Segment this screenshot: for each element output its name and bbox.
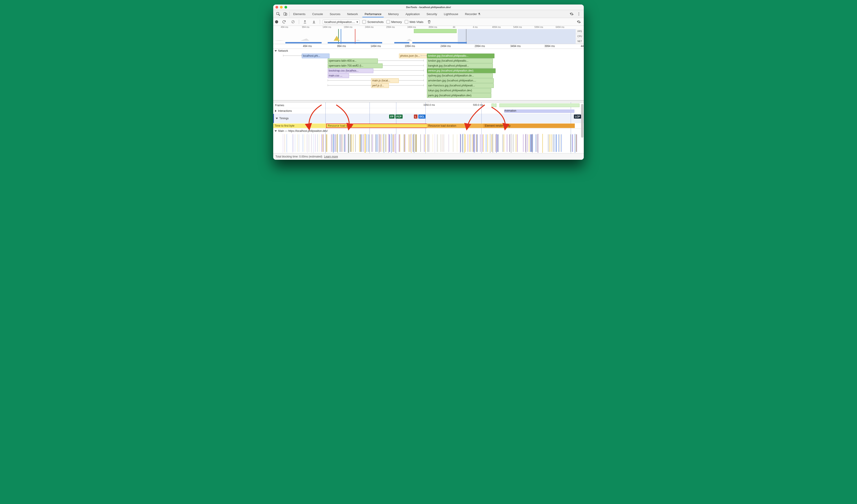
profile-selector-label: localhost.philipwalton.... (324, 20, 355, 23)
overview-net (273, 41, 576, 44)
network-request[interactable]: opensans-latin-400.w... (328, 58, 378, 63)
scrollbar-thumb[interactable] (581, 104, 583, 138)
network-request[interactable]: bangkok.jpg (localhost.philipwalt... (427, 64, 493, 68)
network-request[interactable]: london.jpg (localhost.philipwalto... (427, 53, 494, 58)
chevron-down-icon (274, 50, 277, 52)
network-request[interactable]: san-francisco.jpg (localhost.philipwalt.… (427, 83, 494, 88)
panel-tabs: ElementsConsoleSourcesNetworkPerformance… (273, 10, 584, 18)
lcp-badge[interactable]: LCP (574, 115, 581, 119)
window-controls (275, 6, 287, 9)
network-section-header[interactable]: Network (273, 49, 584, 53)
interactions-row: Interactions Animation (273, 108, 584, 114)
perf-toolbar: localhost.philipwalton.... ▾ Screenshots… (273, 18, 584, 26)
web-vitals-checkbox[interactable]: Web Vitals (405, 20, 423, 23)
profile-selector[interactable]: localhost.philipwalton.... ▾ (323, 20, 360, 24)
settings-icon[interactable] (576, 19, 582, 25)
fp-badge[interactable]: FCP (396, 115, 403, 119)
main-thread-header[interactable]: Main — https://localhost.philipwalton.de… (273, 129, 584, 133)
lcp-render[interactable]: Element render delay (483, 123, 575, 128)
reload-icon[interactable] (281, 19, 287, 25)
lcp-ttfb[interactable]: Time to first byte (273, 123, 327, 128)
l-badge[interactable]: L (414, 115, 418, 119)
network-request[interactable]: main.js (local... (371, 78, 399, 83)
window-title: DevTools - localhost.philipwalton.dev/ (406, 6, 451, 9)
memory-checkbox[interactable]: Memory (386, 20, 402, 23)
chevron-down-icon (274, 130, 277, 132)
screenshots-checkbox[interactable]: Screenshots (362, 20, 384, 23)
chevron-right-icon (275, 110, 276, 112)
svg-point-5 (578, 15, 579, 16)
network-request[interactable]: perf.js (l... (371, 83, 389, 88)
main-thread-flamechart[interactable] (273, 133, 584, 153)
tab-sources[interactable]: Sources (327, 11, 343, 17)
tab-lighthouse[interactable]: Lighthouse (441, 11, 461, 17)
download-icon[interactable] (311, 19, 317, 25)
upload-icon[interactable] (302, 19, 308, 25)
pane-splitter[interactable]: ⋯ (273, 100, 584, 103)
chevron-down-icon: ▾ (356, 20, 358, 23)
titlebar[interactable]: DevTools - localhost.philipwalton.dev/ (273, 4, 584, 10)
network-request[interactable]: opensans-latin-700.woff2 (l... (328, 64, 383, 68)
maximize-icon[interactable] (284, 6, 287, 9)
timings-row: Timings FPFCPLDCLLCP (273, 114, 584, 123)
frames-row: Frames 1050.0 ms500.0 ms (273, 103, 584, 108)
lcp-breakdown-row[interactable]: Time to first byteResource load delayRes… (273, 123, 584, 129)
tab-elements[interactable]: Elements (290, 11, 308, 17)
tab-application[interactable]: Application (403, 11, 423, 17)
device-toggle-icon[interactable] (282, 11, 288, 17)
network-request[interactable]: tokyo.jpg (localhost.philipwalton.dev) (427, 88, 491, 93)
lcp-delay[interactable]: Resource load delay (326, 123, 430, 128)
overview-timeline[interactable]: 494 ms994 ms1494 ms1994 ms2494 ms2994 ms… (273, 26, 584, 44)
main-thread-label: Main — https://localhost.philipwalton.de… (278, 129, 328, 133)
tab-memory[interactable]: Memory (386, 11, 402, 17)
lcp-dur[interactable]: Resource load duration (427, 123, 485, 128)
close-icon[interactable] (275, 6, 278, 9)
fp-badge[interactable]: FP (389, 115, 394, 119)
tbt-label: Total blocking time: 0.00ms (estimated) (275, 155, 322, 158)
network-request[interactable]: venice.jpg (localhost.philipwalton.dev) (427, 68, 495, 73)
overview-side-labels: FPSCPUNET (575, 29, 584, 44)
network-request[interactable]: paris.jpg (localhost.philipwalton.dev) (427, 93, 491, 98)
tab-recorder[interactable]: Recorder ⚗ (462, 11, 483, 17)
chevron-down-icon (276, 118, 278, 119)
network-waterfall[interactable]: localhost.phi...photos.json (lo...london… (273, 53, 584, 100)
network-request[interactable]: sydney.jpg (localhost.philipwalton.de... (427, 73, 493, 78)
clear-icon[interactable] (290, 19, 296, 25)
inspect-icon[interactable] (275, 11, 281, 17)
svg-point-4 (578, 14, 579, 14)
tab-console[interactable]: Console (309, 11, 326, 17)
tab-performance[interactable]: Performance (362, 11, 384, 17)
network-request[interactable]: amsterdam.jpg (localhost.philipwalton...… (427, 78, 494, 83)
tab-security[interactable]: Security (424, 11, 440, 17)
record-button[interactable] (275, 20, 278, 23)
svg-point-3 (578, 12, 579, 13)
learn-more-link[interactable]: Learn more (324, 155, 338, 158)
flamechart-pane[interactable]: Frames 1050.0 ms500.0 ms Interactions An… (273, 103, 584, 153)
trash-icon[interactable] (426, 19, 432, 25)
minimize-icon[interactable] (280, 6, 283, 9)
network-request[interactable]: photos.json (lo... (399, 53, 429, 58)
footer-status: Total blocking time: 0.00ms (estimated) … (273, 153, 584, 160)
timeline-ruler[interactable]: 494 ms994 ms1494 ms1994 ms2494 ms2994 ms… (273, 44, 584, 49)
network-request[interactable]: bootstrap.css (localhos... (328, 68, 373, 73)
network-request[interactable]: localhost.phi... (302, 53, 330, 58)
dcl-badge[interactable]: DCL (418, 115, 426, 119)
devtools-window: DevTools - localhost.philipwalton.dev/ E… (273, 4, 584, 160)
tab-network[interactable]: Network (345, 11, 361, 17)
kebab-icon[interactable] (576, 11, 582, 17)
overview-cpu (273, 36, 576, 41)
settings-icon[interactable] (569, 11, 575, 17)
network-request[interactable]: london.jpg (localhost.philipwalto... (427, 58, 493, 63)
network-label: Network (278, 49, 288, 52)
network-request[interactable]: main.css ... (328, 73, 349, 78)
